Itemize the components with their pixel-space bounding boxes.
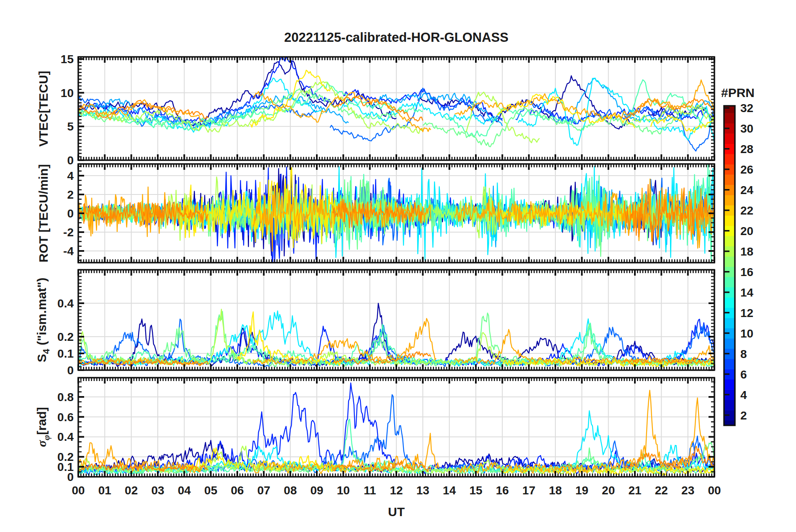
x-tick-label: 14	[443, 484, 456, 497]
figure: 051015-4-202400.10.20.400.10.20.40.60.80…	[0, 0, 796, 532]
x-tick-label: 13	[416, 484, 429, 497]
y-tick-label: 5	[67, 120, 74, 133]
colorbar-tick-label: 12	[740, 307, 753, 320]
x-tick-label: 06	[231, 484, 244, 497]
colorbar-tick-label: 24	[740, 184, 754, 197]
y-tick-label: 0.4	[57, 297, 74, 310]
y-axis-label-sigmaphi: σφ[rad]	[35, 407, 52, 447]
y-tick-label: 2	[67, 188, 74, 201]
colorbar-tick-label: 28	[740, 143, 753, 156]
x-tick-label: 20	[602, 484, 615, 497]
x-tick-label: 16	[496, 484, 509, 497]
colorbar-title: #PRN	[721, 86, 755, 100]
y-tick-label: 0.2	[57, 330, 74, 343]
colorbar-tick-label: 14	[740, 286, 754, 299]
colorbar-block	[724, 133, 735, 144]
colorbar-block	[724, 174, 735, 185]
colorbar-block	[724, 379, 735, 390]
colorbar-block	[724, 318, 735, 328]
colorbar-block	[724, 113, 735, 123]
x-tick-label: 02	[125, 484, 138, 497]
x-tick-label: 11	[364, 484, 376, 497]
series-prn-23	[454, 80, 714, 120]
colorbar-block	[724, 277, 735, 287]
x-tick-label: 23	[681, 484, 694, 497]
y-axis-label-s4: S4 ("ism.mat")	[35, 278, 52, 362]
x-tick-label: 01	[98, 484, 111, 497]
colorbar-block	[724, 400, 735, 410]
colorbar-tick-label: 22	[740, 204, 753, 217]
y-tick-label: 0	[67, 364, 74, 377]
colorbar-block	[724, 215, 735, 226]
colorbar-tick-label: 20	[740, 225, 753, 238]
series-prn-23	[253, 319, 436, 364]
chart-canvas: 051015-4-202400.10.20.400.10.20.40.60.80…	[0, 0, 796, 532]
x-tick-label: 10	[337, 484, 350, 497]
x-tick-label: 04	[178, 484, 191, 497]
colorbar-block	[724, 154, 735, 164]
colorbar-tick-label: 16	[740, 266, 753, 279]
y-tick-label: 0.6	[57, 411, 74, 424]
colorbar-tick-label: 2	[740, 409, 747, 422]
y-tick-label: 4	[67, 169, 74, 182]
colorbar-tick-label: 10	[740, 327, 753, 340]
colorbar-tick-label: 8	[740, 348, 747, 361]
x-tick-label: 08	[284, 484, 297, 497]
colorbar-tick-label: 30	[740, 122, 753, 135]
colorbar-block	[724, 256, 735, 267]
x-tick-label: 00	[708, 484, 721, 497]
x-tick-label: 03	[151, 484, 164, 497]
colorbar-tick-label: 18	[740, 245, 753, 258]
y-axis-label-vtec: VTEC[TECU]	[36, 71, 54, 147]
x-tick-label: 22	[655, 484, 668, 497]
y-axis-label-rot: ROT [TECU/min]	[36, 164, 54, 263]
x-tick-label: 09	[310, 484, 323, 497]
x-tick-label: 18	[549, 484, 562, 497]
colorbar-tick-label: 6	[740, 368, 747, 381]
x-tick-label: 17	[522, 484, 535, 497]
colorbar-tick-label: 32	[740, 102, 753, 115]
colorbar-block	[724, 106, 735, 113]
x-tick-label: 15	[469, 484, 482, 497]
colorbar-block	[724, 338, 735, 349]
y-tick-label: -4	[63, 245, 74, 258]
x-tick-label: 00	[72, 484, 85, 497]
y-tick-label: 15	[61, 53, 74, 66]
y-tick-label: 10	[61, 87, 74, 100]
y-tick-label: -2	[63, 226, 74, 239]
x-tick-label: 21	[628, 484, 641, 497]
y-tick-label: 0.4	[57, 430, 74, 443]
x-tick-label: 05	[204, 484, 217, 497]
colorbar-tick-label: 4	[740, 389, 747, 402]
y-tick-label: 0.8	[57, 391, 74, 404]
colorbar-tick-label: 26	[740, 163, 753, 176]
colorbar-block	[724, 297, 735, 308]
page-title: 20221125-calibrated-HOR-GLONASS	[284, 30, 508, 45]
series-prn-10	[370, 93, 503, 126]
x-tick-label: 19	[575, 484, 588, 497]
x-tick-label: 12	[390, 484, 403, 497]
y-tick-label: 0	[67, 154, 74, 167]
y-tick-label: 0.2	[57, 450, 74, 463]
colorbar-block	[724, 195, 735, 205]
y-tick-label: 0.1	[57, 347, 74, 360]
colorbar-block	[724, 236, 735, 246]
x-axis-label: UT	[388, 505, 405, 519]
colorbar-block	[724, 359, 735, 369]
y-tick-label: 0	[67, 207, 74, 220]
x-tick-label: 07	[257, 484, 270, 497]
